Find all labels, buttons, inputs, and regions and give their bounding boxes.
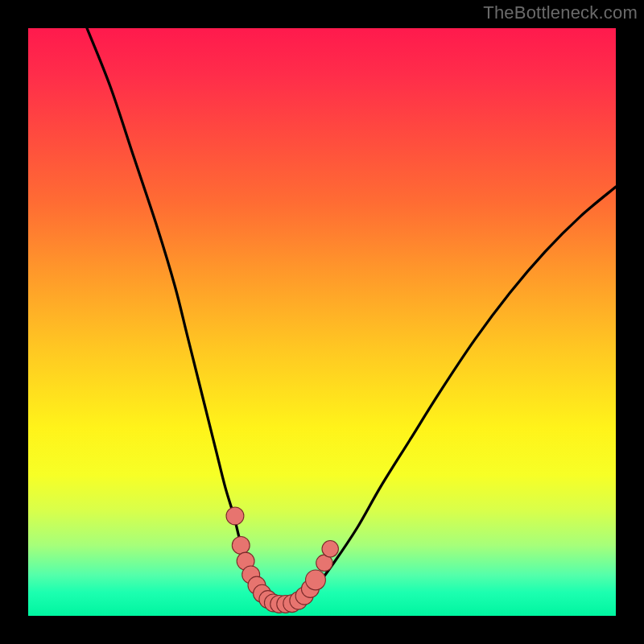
curve-marker	[226, 507, 244, 525]
curve-marker	[232, 536, 250, 554]
curve-layer	[28, 28, 616, 616]
bottleneck-curve	[87, 28, 616, 605]
curve-marker	[322, 541, 338, 557]
plot-area	[28, 28, 616, 616]
chart-frame: TheBottleneck.com	[0, 0, 644, 644]
curve-marker	[306, 570, 326, 590]
watermark-text: TheBottleneck.com	[483, 2, 638, 23]
curve-markers	[226, 507, 338, 613]
